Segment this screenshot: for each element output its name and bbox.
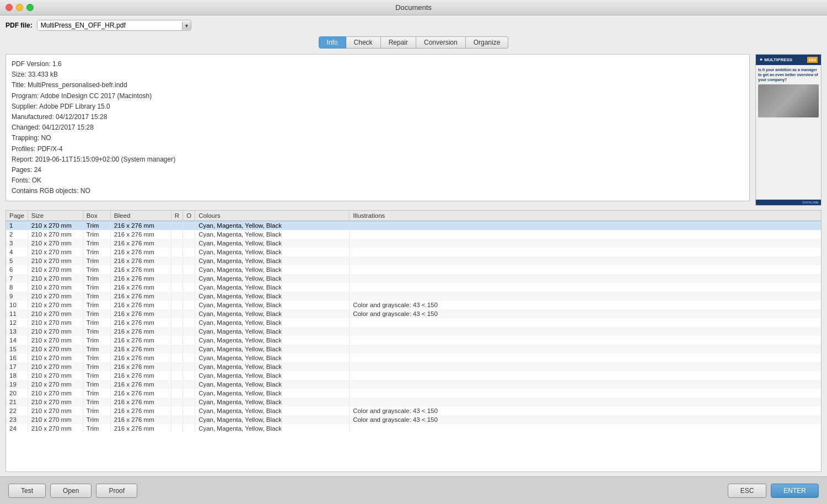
top-content: PDF Version: 1.6 Size: 33.433 kB Title: … [6, 54, 821, 206]
pdf-label: PDF file: [6, 22, 33, 29]
table-row[interactable]: 12210 x 270 mmTrim216 x 276 mmCyan, Mage… [6, 318, 821, 327]
enter-button[interactable]: ENTER [771, 484, 819, 498]
preview-panel: ✦ MULTIPRESS #24 Is it your ambition as … [755, 54, 821, 206]
bottom-left-buttons: Test Open Proof [8, 484, 137, 498]
table-row[interactable]: 11210 x 270 mmTrim216 x 276 mmCyan, Mage… [6, 309, 821, 318]
col-header-size: Size [28, 211, 83, 221]
preview-logo: ✦ MULTIPRESS [759, 57, 792, 62]
info-manufactured: Manufactured: 04/12/2017 15:28 [12, 112, 744, 122]
main-content: PDF file: ▾ Info Check Repair Conversion… [0, 15, 827, 476]
table-row[interactable]: 18210 x 270 mmTrim216 x 276 mmCyan, Mage… [6, 371, 821, 380]
pages-table: Page Size Box Bleed R O Colours Illustra… [6, 211, 821, 433]
col-header-colours: Colours [195, 211, 350, 221]
table-row[interactable]: 14210 x 270 mmTrim216 x 276 mmCyan, Mage… [6, 336, 821, 345]
col-header-illustrations: Illustrations [350, 211, 821, 221]
table-row[interactable]: 23210 x 270 mmTrim216 x 276 mmCyan, Mage… [6, 415, 821, 424]
window-controls[interactable] [6, 4, 34, 11]
close-button[interactable] [6, 4, 13, 11]
info-supplier: Supplier: Adobe PDF Library 15.0 [12, 101, 744, 112]
preview-image: ✦ MULTIPRESS #24 Is it your ambition as … [756, 55, 821, 205]
table-row[interactable]: 16210 x 270 mmTrim216 x 276 mmCyan, Mage… [6, 353, 821, 362]
table-row[interactable]: 13210 x 270 mmTrim216 x 276 mmCyan, Mage… [6, 327, 821, 336]
col-header-r: R [171, 211, 182, 221]
table-header-row: Page Size Box Bleed R O Colours Illustra… [6, 211, 821, 221]
col-header-box: Box [83, 211, 110, 221]
table-row[interactable]: 15210 x 270 mmTrim216 x 276 mmCyan, Mage… [6, 345, 821, 353]
preview-footer-logo: DATALINE [803, 201, 819, 204]
preview-image-placeholder [758, 84, 819, 117]
table-row[interactable]: 6210 x 270 mmTrim216 x 276 mmCyan, Magen… [6, 265, 821, 274]
preview-headline: Is it your ambition as a manager to get … [758, 67, 819, 82]
table-row[interactable]: 17210 x 270 mmTrim216 x 276 mmCyan, Mage… [6, 362, 821, 371]
info-report: Report: 2019-06-11T15:15:09+02:00 (Syste… [12, 154, 744, 165]
pdf-file-selector[interactable]: ▾ [37, 20, 191, 31]
title-bar: Documents [0, 0, 827, 15]
table-row[interactable]: 22210 x 270 mmTrim216 x 276 mmCyan, Mage… [6, 406, 821, 415]
info-rgb: Contains RGB objects: NO [12, 186, 744, 196]
tab-repair[interactable]: Repair [381, 36, 416, 49]
info-section: PDF Version: 1.6 Size: 33.433 kB Title: … [6, 54, 750, 201]
preview-body: Is it your ambition as a manager to get … [756, 65, 821, 200]
tab-info[interactable]: Info [319, 36, 346, 49]
bottom-right-buttons: ESC ENTER [728, 484, 819, 498]
pdf-filename-input[interactable] [37, 20, 182, 30]
table-row[interactable]: 8210 x 270 mmTrim216 x 276 mmCyan, Magen… [6, 283, 821, 292]
info-fonts: Fonts: OK [12, 175, 744, 186]
preview-header: ✦ MULTIPRESS #24 [756, 55, 821, 65]
table-row[interactable]: 10210 x 270 mmTrim216 x 276 mmCyan, Mage… [6, 301, 821, 309]
info-pdf-version: PDF Version: 1.6 [12, 59, 744, 69]
bottom-bar: Test Open Proof ESC ENTER [0, 476, 827, 504]
table-row[interactable]: 7210 x 270 mmTrim216 x 276 mmCyan, Magen… [6, 274, 821, 283]
info-program: Program: Adobe InDesign CC 2017 (Macinto… [12, 91, 744, 101]
pdf-file-row: PDF file: ▾ [6, 20, 821, 31]
window-title: Documents [395, 3, 432, 12]
info-pages: Pages: 24 [12, 165, 744, 175]
table-row[interactable]: 5210 x 270 mmTrim216 x 276 mmCyan, Magen… [6, 256, 821, 265]
table-row[interactable]: 3210 x 270 mmTrim216 x 276 mmCyan, Magen… [6, 239, 821, 248]
table-row[interactable]: 2210 x 270 mmTrim216 x 276 mmCyan, Magen… [6, 230, 821, 239]
info-changed: Changed: 04/12/2017 15:28 [12, 122, 744, 133]
table-row[interactable]: 20210 x 270 mmTrim216 x 276 mmCyan, Mage… [6, 389, 821, 398]
left-panel: PDF Version: 1.6 Size: 33.433 kB Title: … [6, 54, 821, 472]
open-button[interactable]: Open [50, 484, 92, 498]
maximize-button[interactable] [26, 4, 34, 11]
table-body: 1210 x 270 mmTrim216 x 276 mmCyan, Magen… [6, 221, 821, 433]
col-header-bleed: Bleed [110, 211, 171, 221]
preview-issue-number: #24 [807, 57, 818, 63]
preview-footer: DATALINE [756, 200, 821, 205]
table-row[interactable]: 1210 x 270 mmTrim216 x 276 mmCyan, Magen… [6, 221, 821, 230]
table-row[interactable]: 19210 x 270 mmTrim216 x 276 mmCyan, Mage… [6, 380, 821, 389]
info-trapping: Trapping: NO [12, 133, 744, 143]
tab-bar: Info Check Repair Conversion Organize [6, 36, 821, 49]
info-title: Title: MultiPress_personalised-befr.indd [12, 80, 744, 90]
col-header-o: O [183, 211, 195, 221]
pages-table-container[interactable]: Page Size Box Bleed R O Colours Illustra… [6, 210, 821, 472]
minimize-button[interactable] [16, 4, 23, 11]
test-button[interactable]: Test [8, 484, 46, 498]
content-area: PDF Version: 1.6 Size: 33.433 kB Title: … [6, 54, 821, 472]
tab-organize[interactable]: Organize [466, 36, 509, 49]
tab-conversion[interactable]: Conversion [416, 36, 466, 49]
proof-button[interactable]: Proof [96, 484, 137, 498]
table-row[interactable]: 9210 x 270 mmTrim216 x 276 mmCyan, Magen… [6, 292, 821, 301]
info-size: Size: 33.433 kB [12, 69, 744, 80]
info-profiles: Profiles: PDF/X-4 [12, 144, 744, 154]
pdf-dropdown-button[interactable]: ▾ [182, 22, 191, 30]
col-header-page: Page [6, 211, 28, 221]
table-row[interactable]: 4210 x 270 mmTrim216 x 276 mmCyan, Magen… [6, 248, 821, 256]
table-row[interactable]: 24210 x 270 mmTrim216 x 276 mmCyan, Mage… [6, 424, 821, 433]
tab-check[interactable]: Check [346, 36, 381, 49]
esc-button[interactable]: ESC [728, 484, 767, 498]
table-row[interactable]: 21210 x 270 mmTrim216 x 276 mmCyan, Mage… [6, 398, 821, 406]
